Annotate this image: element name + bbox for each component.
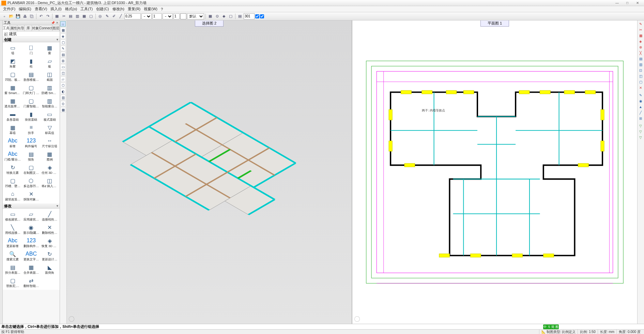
tool-tab-工具[interactable]: 工具 — [3, 25, 10, 31]
handrail-tool[interactable]: ≡扶手 — [22, 123, 40, 136]
module-btn-2[interactable]: ◈ — [60, 33, 66, 39]
line-weight-field[interactable] — [124, 13, 141, 19]
report-tool[interactable]: ▤报告 — [22, 149, 40, 163]
right-tool-16[interactable]: ╱ — [638, 110, 643, 115]
right-tool-10[interactable]: ▢ — [638, 79, 643, 85]
module-btn-6[interactable]: ⊞ — [60, 58, 66, 63]
recessed-wall-tool[interactable]: ▢凹槽、壁… — [3, 176, 22, 189]
apply-building-tool[interactable]: ▱应用建筑… — [22, 209, 40, 223]
pencil-icon[interactable]: ✎ — [104, 13, 110, 19]
sunshade-smartpart-tool[interactable]: ▥防晒 SmartPart — [41, 83, 59, 96]
menu-修改h[interactable]: 修改(h) — [111, 6, 126, 12]
modify-building-tool[interactable]: ▭修改建筑… — [3, 209, 22, 223]
block-foundation-tool[interactable]: ▮块状基础 — [22, 109, 40, 123]
building-renovation-tool[interactable]: ⌂建筑改造… — [3, 189, 22, 202]
line-connect-tool[interactable]: ╲用线连接… — [3, 223, 22, 236]
viewport-3d-tab[interactable]: 选择图 2 — [195, 20, 224, 27]
viewport-plan-canvas[interactable]: 两子: 内墙等效点 — [352, 20, 637, 324]
tool-tab-属性[interactable]: 属性 — [10, 25, 17, 31]
layer-doc-icon[interactable]: ▥ — [74, 13, 80, 19]
menu-格式o[interactable]: 格式(o) — [63, 6, 79, 12]
maximize-button[interactable]: □ — [622, 1, 632, 5]
module-btn-1[interactable]: ▦ — [60, 27, 66, 33]
column-tool[interactable]: ▮柱 — [22, 56, 40, 70]
menu-创建C[interactable]: 创建(C) — [94, 6, 110, 12]
nav-compass-icon-2[interactable] — [354, 316, 360, 322]
snap1-icon[interactable]: ⊙ — [214, 13, 220, 19]
module-btn-8[interactable]: ◫ — [60, 70, 66, 76]
close-button[interactable]: ✕ — [632, 1, 643, 5]
measure-icon[interactable]: ◎ — [97, 13, 103, 19]
snap3-icon[interactable]: ▢ — [228, 13, 234, 19]
right-tool-2[interactable]: ▦ — [638, 33, 643, 38]
module-btn-3[interactable]: ▢ — [60, 40, 66, 45]
doc-icon[interactable]: ▤ — [67, 13, 74, 19]
connect-line-tool[interactable]: ╱连接线性… — [41, 209, 59, 223]
module-btn-13[interactable]: ⊙ — [60, 101, 66, 106]
update-design-tool[interactable]: ↻更新设计… — [41, 249, 59, 262]
merge-layer-tool[interactable]: ▦合并表面… — [22, 262, 40, 276]
right-tool-15[interactable]: ▲ — [638, 104, 643, 109]
corner-window-tool[interactable]: ◩角窗 — [3, 56, 22, 70]
viewport-plan[interactable]: 平面图 1 ⧉ □ ✕ — [352, 20, 637, 324]
section-head-创建[interactable]: 创建▾ — [3, 37, 60, 42]
any-3d-element-tool[interactable]: ◈任何 3D 元素 — [41, 163, 59, 176]
window-project-icon[interactable]: ▦ — [54, 13, 60, 19]
tool-tab-Connect[interactable]: Connect — [39, 25, 52, 31]
pen-number-field[interactable] — [173, 13, 180, 19]
door-smartpart-tool[interactable]: ▢门和大门 SmartPart — [22, 83, 40, 96]
right-tool-6[interactable]: ▤ — [638, 56, 643, 61]
viewport-plan-tab[interactable]: 平面图 1 — [480, 20, 509, 27]
right-tool-21[interactable]: ▽ — [638, 135, 643, 140]
color-swatch[interactable] — [180, 13, 186, 19]
right-tool-0[interactable]: ✎ — [638, 21, 643, 27]
module-btn-7[interactable]: ▭ — [60, 64, 66, 70]
update-label-tool[interactable]: Abc更新标签 — [3, 236, 22, 249]
replace-macro-tool[interactable]: ▢替换宏,… — [3, 276, 22, 289]
door-tool[interactable]: ⎕门 — [22, 43, 40, 56]
slab-foundation-tool[interactable]: ▭板式基础 — [41, 109, 59, 123]
layer-check1[interactable] — [255, 14, 259, 18]
tool-panel-breadcrumb[interactable]: ⌂ 建筑 — [3, 31, 60, 37]
window-tool[interactable]: ▦窗 — [41, 43, 59, 56]
undo-icon[interactable]: ↶ — [38, 13, 44, 19]
section-head-修改[interactable]: 修改▾ — [3, 203, 60, 209]
right-tool-9[interactable]: ◫ — [638, 73, 643, 79]
restore-3d-view-tool[interactable]: ◈恢复 3D 视图 — [41, 236, 59, 249]
ime-badge[interactable]: 中 ５ 简 图 — [543, 324, 559, 329]
style-dropdown[interactable]: 默认 — [187, 13, 204, 19]
menu-重复R[interactable]: 重复(R) — [126, 6, 142, 12]
rib-formwork-tool[interactable]: ▤肋形楼板… — [22, 70, 40, 83]
right-tool-5[interactable]: ╳ — [638, 50, 643, 56]
module-btn-14[interactable]: ▦ — [60, 107, 66, 112]
right-tool-8[interactable]: ⊡ — [638, 67, 643, 73]
module-btn-4[interactable]: ✎ — [60, 46, 66, 51]
cut-icon[interactable]: ✂ — [61, 13, 67, 19]
door-window-smart-tool[interactable]: ▢门窗智能… — [22, 96, 40, 109]
tool-tab-向导[interactable]: 向导 — [17, 25, 25, 31]
elevation-tool[interactable]: ▽标高值 — [41, 123, 59, 136]
highlighter-icon[interactable]: ✐ — [111, 13, 117, 19]
skylight-smartpart-tool[interactable]: ▦透光面屋顶 SmartPart — [3, 96, 22, 109]
right-tool-4[interactable]: ⊕ — [638, 44, 643, 50]
tool-tab-库[interactable]: 库 — [25, 25, 32, 31]
tool-tab-图层[interactable]: 图层 — [52, 25, 60, 31]
right-tool-1[interactable]: ✂ — [638, 27, 643, 32]
menu-工具T[interactable]: 工具(T) — [79, 6, 94, 12]
chamfer-tool[interactable]: ◣面倒角 — [41, 262, 59, 276]
recess-tool[interactable]: ▢凹陷、板… — [3, 70, 22, 83]
viewport-3d[interactable]: 选择图 2 — [67, 20, 352, 324]
flip-smart-tool[interactable]: ⇄翻转智能… — [22, 276, 40, 289]
right-tool-11[interactable]: ✕ — [638, 85, 643, 90]
module-btn-9[interactable]: ▱ — [60, 76, 66, 82]
right-tool-17[interactable]: ⊞ — [638, 116, 643, 121]
right-tool-20[interactable]: ▽ — [638, 129, 643, 134]
linetype-dropdown[interactable]: — — [163, 13, 173, 19]
right-tool-19[interactable]: ▽ — [638, 123, 643, 128]
slab-tool[interactable]: ▱板 — [41, 56, 59, 70]
wall-tool[interactable]: ▭墙 — [3, 43, 22, 56]
right-tool-3[interactable]: ◈ — [638, 39, 643, 44]
smart-balcony-tool[interactable]: ▥智能窗台… — [41, 96, 59, 109]
menu-?[interactable]: ? — [159, 7, 165, 11]
status-length[interactable]: 长度: mm — [598, 330, 616, 334]
